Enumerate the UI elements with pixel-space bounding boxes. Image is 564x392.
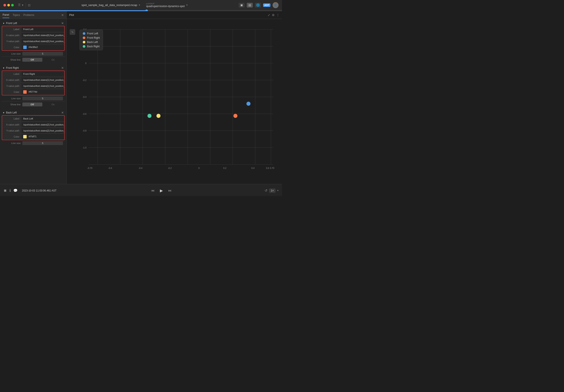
main-content: Panel Topics Problems ✕ ▼ Front Left ✕ L…: [0, 11, 282, 184]
svg-text:-0.4: -0.4: [139, 167, 142, 169]
xpath-field-value-bl[interactable]: /spot/status/feet.states[2].foot_positio…: [22, 122, 65, 127]
color-field-value-fr[interactable]: #f5774d: [22, 89, 64, 95]
datapoint-front-left: [247, 102, 251, 106]
xpath-field-value[interactable]: /spot/status/feet.states[0].foot_positio…: [22, 33, 65, 38]
series-front-right-close[interactable]: ✕: [61, 66, 64, 70]
maximize-traffic-light[interactable]: [11, 4, 14, 6]
bottom-bar: ⏹ ℹ 💬 2023-10-03 11:03:06.461 AST ⏮ ▶ ⏭ …: [0, 184, 282, 196]
legend-label-front-left: Front Left: [87, 32, 98, 35]
legend-label-back-left: Back Left: [87, 41, 98, 44]
showline-on-fl[interactable]: On: [43, 58, 63, 62]
expand-icon[interactable]: ⤢: [268, 13, 270, 17]
tab-topics[interactable]: Topics: [13, 12, 20, 18]
linesize-value-fr[interactable]: 5: [22, 97, 63, 100]
panel-close-btn[interactable]: ✕: [61, 13, 64, 17]
config-color-row-bl: Color #f7df71: [2, 134, 64, 140]
ypath-field-label: Y-value path: [2, 39, 22, 44]
svg-text:-0.6: -0.6: [83, 113, 86, 115]
config-ypath-row: Y-value path /spot/status/feet.states[0]…: [2, 38, 64, 44]
chevron-down-icon-bl[interactable]: ▼: [2, 112, 5, 114]
svg-text:0.70: 0.70: [270, 167, 274, 169]
linesize-label-fr: Line size: [3, 97, 21, 100]
panel-content: ▼ Front Left ✕ Label Front Left X-value …: [0, 19, 66, 184]
legend-label-back-right: Back Right: [87, 45, 99, 48]
svg-text:-0.4: -0.4: [83, 96, 86, 98]
ypath-field-label-bl: Y-value path: [2, 128, 22, 133]
legend-item-back-right: Back Right: [83, 45, 100, 48]
config-label-row: Label Front Left: [2, 26, 64, 32]
layout-toggle-btn[interactable]: ▣: [239, 3, 245, 8]
filename-dropdown[interactable]: ▾: [139, 4, 140, 6]
series-front-right-config: Label Front Right X-value path /spot/sta…: [2, 70, 65, 95]
info-btn[interactable]: ℹ: [9, 188, 11, 193]
color-field-value-bl[interactable]: #f7df71: [22, 134, 64, 140]
filename-label: spot_sample_bag_all_data_restamped.mcap: [82, 3, 137, 7]
svg-text:0.4: 0.4: [252, 167, 255, 169]
record-btn[interactable]: ⏹: [3, 189, 7, 193]
showline-toggle-fr: Off On: [22, 102, 63, 106]
datapoint-back-right: [147, 114, 152, 118]
config-ypath-row-bl: Y-value path /spot/status/feet.states[2]…: [2, 128, 64, 134]
svg-text:0.2: 0.2: [223, 167, 226, 169]
label-field-value[interactable]: Front Left: [22, 27, 64, 32]
play-btn[interactable]: ▶: [158, 187, 165, 194]
series-front-right-title: ▼ Front Right: [2, 66, 19, 70]
xpath-field-value-fr[interactable]: /spot/status/feet.states[1].foot_positio…: [22, 78, 65, 82]
chevron-down-icon-fr[interactable]: ▼: [2, 67, 5, 69]
showline-on-fr[interactable]: On: [43, 102, 63, 106]
layout-label: LAYOUT: [146, 2, 154, 5]
close-traffic-light[interactable]: [3, 4, 6, 6]
showline-off-fr[interactable]: Off: [22, 102, 42, 106]
series-front-left-label: Front Left: [6, 22, 17, 25]
color-field-label-fr: Color: [2, 90, 22, 94]
config-xpath-row-fr: X-value path /spot/status/feet.states[1]…: [2, 77, 64, 83]
series-back-left-title: ▼ Back Left: [2, 111, 17, 114]
legend-item-front-right: Front Right: [83, 36, 100, 39]
left-panel: Panel Topics Problems ✕ ▼ Front Left ✕ L…: [0, 11, 67, 184]
linesize-row-fl: Line size 5: [2, 51, 65, 57]
xpath-field-label: X-value path: [2, 33, 22, 38]
linesize-row-bl: Line size 5: [2, 140, 65, 146]
playback-controls: ⏮ ▶ ⏭: [61, 187, 262, 194]
right-panel: Plot ⤢ ⚙ ⋮: [67, 11, 282, 184]
globe-icon-btn[interactable]: 🌐: [255, 3, 261, 8]
legend-expand-btn[interactable]: ⤡: [70, 29, 75, 35]
ypath-field-value[interactable]: /spot/status/feet.states[0].foot_positio…: [22, 39, 65, 44]
layout-dropdown[interactable]: ▾: [186, 4, 188, 6]
linesize-value-bl[interactable]: 5: [22, 141, 63, 145]
legend-dot-front-right: [83, 37, 85, 39]
panel-toggle-btn[interactable]: ▤: [247, 3, 253, 8]
minimize-traffic-light[interactable]: [7, 4, 10, 6]
color-field-value[interactable]: #4e98e2: [22, 44, 64, 50]
ypath-field-value-fr[interactable]: /spot/status/feet.states[1].foot_positio…: [22, 84, 65, 88]
speed-btn[interactable]: 1×: [269, 188, 276, 193]
titlebar-right: ▣ ▤ 🌐 AST 👤: [239, 2, 279, 8]
series-back-left-label: Back Left: [6, 111, 17, 114]
legend-item-back-left: Back Left: [83, 41, 100, 44]
tab-problems[interactable]: Problems: [23, 12, 34, 18]
skip-back-btn[interactable]: ⏮: [151, 189, 155, 193]
more-icon[interactable]: ⋮: [276, 13, 280, 17]
label-field-value-fr[interactable]: Front Right: [22, 71, 64, 76]
layout-selector[interactable]: LAYOUT quadruped-boston-dynamics-spot: [146, 2, 185, 8]
chevron-down-icon[interactable]: ▼: [2, 22, 5, 25]
settings-icon[interactable]: ⚙: [272, 13, 275, 17]
showline-off-fl[interactable]: Off: [22, 58, 42, 62]
loop-btn[interactable]: ↺: [265, 188, 267, 193]
label-field-value-bl[interactable]: Back Left: [22, 116, 64, 121]
series-front-left-close[interactable]: ✕: [61, 22, 64, 25]
skip-forward-btn[interactable]: ⏭: [168, 189, 172, 193]
ypath-field-value-bl[interactable]: /spot/status/feet.states[2].foot_positio…: [22, 128, 65, 133]
legend-popup: Front Left Front Right Back Left Back Ri…: [80, 30, 103, 50]
speed-dropdown[interactable]: ▾: [277, 189, 279, 192]
svg-text:-1.0: -1.0: [83, 147, 86, 149]
series-back-left-config: Label Back Left X-value path /spot/statu…: [2, 115, 65, 140]
user-avatar[interactable]: 👤: [273, 2, 279, 8]
series-back-left-close[interactable]: ✕: [61, 111, 64, 114]
svg-text:-0.2: -0.2: [83, 79, 86, 82]
linesize-value-fl[interactable]: 5: [22, 52, 63, 56]
series-front-left: ▼ Front Left ✕ Label Front Left X-value …: [2, 21, 65, 63]
comment-btn[interactable]: 💬: [13, 188, 18, 193]
tab-panel[interactable]: Panel: [2, 12, 9, 18]
showline-label-fl: Show line: [3, 58, 21, 61]
